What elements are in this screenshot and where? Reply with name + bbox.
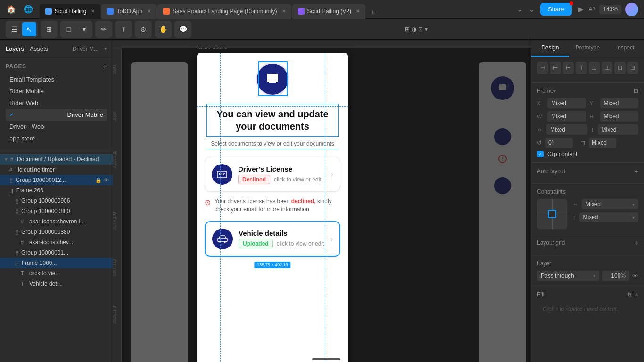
eye-icon[interactable]: 👁 (104, 177, 109, 183)
comment-tool[interactable]: 💬 (176, 22, 190, 36)
prototype-tab[interactable]: Prototype (569, 40, 607, 57)
layout-grid-add-btn[interactable]: + (635, 239, 638, 247)
layer-vehicle-det[interactable]: T Vehicle det... (0, 279, 113, 289)
tab-saas-landing[interactable]: Saas Product Landing Page (Community) ✕ (157, 4, 291, 19)
canvas-frame-main: Driver Mobile (197, 53, 348, 362)
add-page-button[interactable]: + (103, 62, 107, 71)
horizontal-scrollbar[interactable] (312, 358, 340, 360)
layer-panel-chevron[interactable]: ▾ (104, 46, 107, 52)
add-tab-button[interactable]: + (366, 6, 380, 19)
fill-grid-icon[interactable]: ⊞ (628, 291, 633, 298)
tab-close-1[interactable]: ✕ (147, 8, 151, 14)
right-error-circle: ! (498, 155, 507, 163)
tab-label-2: Saas Product Landing Page (Community) (173, 8, 277, 15)
clip-content-checkbox[interactable]: ✓ (537, 151, 544, 157)
frame-expand-icon[interactable]: ⊡ (634, 88, 638, 94)
page-item-rider-web[interactable]: Rider Web (6, 97, 107, 109)
phone-icon-section (197, 53, 348, 96)
constraint-h-field[interactable]: Mixed (546, 124, 587, 135)
page-item-email[interactable]: Email Templates (6, 74, 107, 85)
layer-click-to-view[interactable]: T click to vie... (0, 268, 113, 279)
components-tool[interactable]: ⊛ (136, 22, 150, 36)
play-button[interactable]: ▶ (576, 3, 585, 16)
h-field[interactable]: Mixed (600, 111, 639, 122)
frame-tool[interactable]: ⊞ (42, 22, 56, 36)
shapes-tool[interactable]: □ (62, 22, 76, 36)
align-center-v-btn[interactable]: ⊥ (589, 62, 600, 74)
layer-akar-chev[interactable]: # akar-icons:chev... (0, 237, 113, 247)
user-avatar[interactable] (625, 3, 638, 16)
assets-tab[interactable]: Assets (30, 43, 48, 54)
x-field[interactable]: Mixed (547, 98, 586, 108)
layer-group-100000012[interactable]: ⣿ Group 100000012... 🔒 👁 (0, 175, 113, 185)
canvas-content[interactable]: Driver Mobile (122, 48, 531, 362)
y-field[interactable]: Mixed (600, 98, 639, 108)
align-bottom-btn[interactable]: ⊥ (602, 62, 612, 74)
hand-tool[interactable]: ✋ (156, 22, 170, 36)
distribute-v-btn[interactable]: ⊟ (627, 62, 638, 74)
page-item-driver-web[interactable]: Driver --Web (6, 121, 107, 132)
doc-action-vehicle: click to view or edit (277, 240, 324, 247)
blend-mode-select[interactable]: Pass through ▾ (537, 271, 599, 281)
layer-ic-outline-timer[interactable]: # ic:outline-timer (0, 165, 113, 175)
display-icon[interactable]: ⊡ (418, 26, 423, 33)
layer-group-880-1[interactable]: ⣿ Group 1000000880 (0, 206, 113, 216)
design-tab[interactable]: Design (531, 40, 569, 57)
fill-add-btn[interactable]: + (635, 291, 638, 298)
doc-card-vehicle[interactable]: Vehicle details Uploaded click to view o… (205, 221, 340, 257)
tab-close-2[interactable]: ✕ (282, 8, 286, 14)
layer-frame-1000[interactable]: ||| Frame 1000... (0, 258, 113, 268)
doc-card-license[interactable]: Driver's License Declined click to view … (205, 157, 340, 192)
constraint-v-field[interactable]: Mixed (598, 124, 639, 135)
corner-field[interactable]: Mixed (589, 138, 616, 148)
tab-scud-hailing[interactable]: Scud Hailing ✕ (40, 4, 100, 19)
align-left-btn[interactable]: ⊣ (537, 62, 548, 74)
w-field[interactable]: Mixed (547, 111, 586, 122)
share-label: Share (548, 6, 564, 13)
tab-todo-app[interactable]: ToDO App ✕ (101, 4, 157, 19)
nav-forward[interactable]: ⌄ (527, 3, 537, 16)
page-item-app-store[interactable]: app store (6, 132, 107, 144)
layers-tab[interactable]: Layers (6, 43, 24, 54)
layers-section: ▼ # Document / Uploaded - Declined # ic:… (0, 152, 113, 362)
tab-close-0[interactable]: ✕ (91, 8, 95, 14)
auto-layout-add-btn[interactable]: + (635, 167, 638, 175)
page-item-driver-mobile[interactable]: ✔ Driver Mobile (6, 109, 107, 121)
constraint-h-val[interactable]: Mixed ▾ (582, 199, 638, 209)
zoom-control[interactable]: 143% (599, 5, 621, 14)
home-button[interactable]: 🏠 (4, 2, 19, 17)
layer-group-880-2[interactable]: ⣿ Group 1000000880 (0, 227, 113, 237)
globe-icon[interactable]: 🌐 (21, 2, 36, 17)
visibility-toggle[interactable]: 👁 (632, 272, 638, 280)
layer-group-10000001[interactable]: ⣿ Group 10000001... (0, 247, 113, 258)
pen-tool[interactable]: ✏ (97, 22, 111, 36)
align-top-btn[interactable]: ⊤ (576, 62, 586, 74)
menu-tool[interactable]: ☰ (7, 22, 21, 36)
display-dropdown[interactable]: ▾ (425, 26, 428, 33)
nav-back[interactable]: ⌄ (515, 3, 525, 16)
align-center-h-btn[interactable]: ⊢ (550, 62, 561, 74)
layer-label-group880-2: Group 1000000880 (21, 229, 109, 235)
contrast-icon[interactable]: ◑ (412, 26, 416, 33)
align-right-btn[interactable]: ⊢ (563, 62, 574, 74)
lock-icon[interactable]: 🔒 (95, 177, 102, 183)
constraint-v-val[interactable]: Mixed ▾ (579, 212, 639, 222)
tab-scud-v2[interactable]: Scud Hailing (V2) ✕ (292, 4, 365, 19)
grid-icon[interactable]: ⊞ (405, 26, 410, 33)
present-label[interactable]: A? (589, 6, 596, 13)
distribute-h-btn[interactable]: ⊡ (614, 62, 625, 74)
layer-frame-266[interactable]: ||| Frame 266 (0, 185, 113, 196)
tab-close-3[interactable]: ✕ (356, 8, 360, 14)
page-item-rider-mobile[interactable]: Rider Mobile (6, 85, 107, 97)
share-button[interactable]: Share (540, 3, 572, 16)
phone-screen: You can view and update your documents S… (197, 53, 348, 362)
inspect-tab[interactable]: Inspect (606, 40, 644, 57)
opacity-field[interactable]: 100% (602, 271, 629, 281)
select-tool[interactable]: ↖ (22, 22, 36, 36)
text-tool[interactable]: T (116, 22, 131, 36)
layer-document-declined[interactable]: ▼ # Document / Uploaded - Declined (0, 154, 113, 165)
layer-group-906[interactable]: ⣿ Group 1000000906 (0, 196, 113, 206)
layer-akar-chevron-l[interactable]: # akar-icons:chevron-l... (0, 216, 113, 227)
shapes-dropdown[interactable]: ▾ (77, 22, 91, 36)
rotation-field[interactable]: 0° (545, 138, 573, 148)
